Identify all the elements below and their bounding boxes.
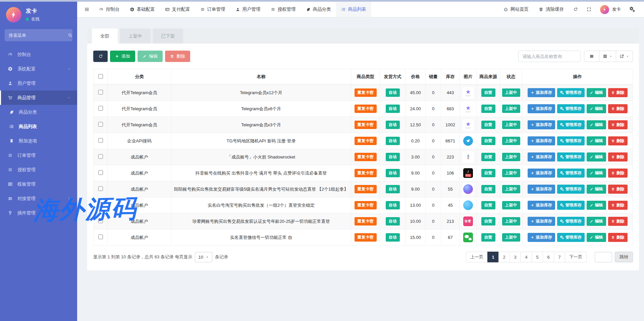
add-stock-button[interactable]: 添加库存 — [528, 201, 555, 210]
sidebar-item-商品分类[interactable]: 商品分类 — [0, 105, 77, 119]
page-button-1[interactable]: 1 — [487, 252, 499, 262]
product-search-input[interactable] — [518, 51, 581, 62]
edit-button[interactable]: 编辑 — [138, 51, 163, 62]
topnav-item-订单管理[interactable]: 订单管理 — [195, 2, 230, 17]
sidebar-item-对接管理[interactable]: 对接管理 — [0, 191, 77, 206]
topnav-item-控制台[interactable]: 控制台 — [94, 2, 125, 17]
edit-row-button[interactable]: 编辑 — [587, 136, 606, 145]
delete-row-button[interactable]: 删除 — [608, 185, 628, 194]
row-checkbox[interactable] — [98, 186, 103, 191]
add-stock-button[interactable]: 添加库存 — [528, 136, 555, 145]
add-stock-button[interactable]: 添加库存 — [528, 169, 555, 178]
manage-stock-button[interactable]: 管理库存 — [557, 104, 585, 113]
sidebar-item-附加选项[interactable]: 附加选项 — [0, 134, 77, 148]
sidebar-item-订单管理[interactable]: 订单管理 — [0, 148, 77, 163]
delete-row-button[interactable]: 删除 — [608, 201, 628, 210]
page-button-5[interactable]: 5 — [532, 252, 543, 262]
manage-stock-button[interactable]: 管理库存 — [557, 185, 585, 194]
jump-page-input[interactable] — [595, 252, 612, 262]
detail-view-button[interactable] — [584, 51, 599, 62]
next-page-button[interactable]: 下一页 — [565, 252, 587, 262]
topnav-item-清除缓存[interactable]: 清除缓存 — [534, 2, 569, 17]
prev-page-button[interactable]: 上一页 — [466, 252, 488, 262]
page-button-3[interactable]: 3 — [509, 252, 521, 262]
page-button-6[interactable]: 6 — [543, 252, 554, 262]
sidebar-item-控制台[interactable]: 控制台 — [0, 47, 77, 62]
add-stock-button[interactable]: 添加库存 — [528, 88, 555, 97]
delete-row-button[interactable]: 删除 — [608, 169, 628, 178]
export-button[interactable] — [616, 51, 633, 62]
row-checkbox[interactable] — [98, 154, 103, 159]
edit-row-button[interactable]: 编辑 — [587, 169, 606, 178]
topnav-item-商品列表[interactable]: 商品列表 — [336, 2, 371, 17]
row-checkbox[interactable] — [98, 90, 103, 94]
topnav-item-用户管理[interactable]: 用户管理 — [230, 2, 266, 17]
manage-stock-button[interactable]: 管理库存 — [557, 120, 585, 129]
manage-stock-button[interactable]: 管理库存 — [557, 233, 585, 242]
add-stock-button[interactable]: 添加库存 — [528, 120, 555, 129]
topnav-item-网站首页[interactable]: 网站首页 — [498, 2, 534, 17]
page-button-7[interactable]: 7 — [554, 252, 565, 262]
edit-row-button[interactable]: 编辑 — [587, 217, 606, 226]
row-checkbox[interactable] — [98, 138, 103, 143]
tab-全部[interactable]: 全部 — [92, 28, 118, 44]
user-menu[interactable]: 发卡 — [596, 2, 625, 17]
topnav-item-授权管理[interactable]: 授权管理 — [266, 2, 301, 17]
delete-row-button[interactable]: 删除 — [608, 88, 628, 97]
manage-stock-button[interactable]: 管理库存 — [557, 88, 585, 97]
delete-button[interactable]: 删除 — [165, 51, 190, 62]
row-checkbox[interactable] — [98, 170, 103, 175]
add-stock-button[interactable]: 添加库存 — [528, 185, 555, 194]
edit-row-button[interactable]: 编辑 — [587, 201, 606, 210]
delete-row-button[interactable]: 删除 — [608, 120, 628, 129]
delete-row-button[interactable]: 删除 — [608, 233, 628, 242]
refresh-button[interactable] — [569, 2, 582, 17]
sidebar-toggle-button[interactable] — [80, 2, 94, 17]
delete-row-button[interactable]: 删除 — [608, 152, 628, 162]
add-button[interactable]: 添加 — [110, 51, 135, 62]
page-size-select[interactable]: 10 — [195, 252, 212, 262]
manage-stock-button[interactable]: 管理库存 — [557, 217, 585, 226]
sidebar-search-input[interactable] — [9, 33, 68, 38]
expand-button[interactable] — [582, 2, 596, 17]
select-all-checkbox[interactable] — [98, 74, 103, 79]
add-stock-button[interactable]: 添加库存 — [528, 152, 555, 162]
refresh-button[interactable] — [93, 51, 108, 62]
tab-上架中[interactable]: 上架中 — [120, 28, 151, 44]
topnav-item-基础配置[interactable]: 基础配置 — [125, 2, 160, 17]
add-stock-button[interactable]: 添加库存 — [528, 233, 555, 242]
manage-stock-button[interactable]: 管理库存 — [557, 169, 585, 178]
manage-stock-button[interactable]: 管理库存 — [557, 136, 585, 145]
sidebar-item-授权管理[interactable]: 授权管理 — [0, 163, 77, 177]
sidebar-item-商品列表[interactable]: 商品列表 — [0, 119, 77, 134]
edit-row-button[interactable]: 编辑 — [587, 185, 606, 194]
row-checkbox[interactable] — [98, 106, 103, 111]
page-button-4[interactable]: 4 — [521, 252, 532, 262]
topnav-item-支付配置[interactable]: 支付配置 — [160, 2, 195, 17]
sidebar-item-模板管理[interactable]: 模板管理 — [0, 177, 77, 191]
delete-row-button[interactable]: 删除 — [608, 217, 628, 226]
sidebar-item-商品管理[interactable]: 商品管理 — [0, 90, 77, 105]
jump-button[interactable]: 跳转 — [615, 252, 633, 262]
edit-row-button[interactable]: 编辑 — [587, 233, 606, 242]
row-checkbox[interactable] — [98, 235, 103, 239]
add-stock-button[interactable]: 添加库存 — [528, 217, 555, 226]
sidebar-item-系统配置[interactable]: 系统配置 — [0, 62, 77, 76]
manage-stock-button[interactable]: 管理库存 — [557, 152, 585, 162]
edit-row-button[interactable]: 编辑 — [587, 104, 606, 113]
row-checkbox[interactable] — [98, 122, 103, 127]
add-stock-button[interactable]: 添加库存 — [528, 104, 555, 113]
page-button-2[interactable]: 2 — [498, 252, 510, 262]
columns-button[interactable] — [599, 51, 616, 62]
sidebar-item-插件管理[interactable]: 插件管理 — [0, 206, 77, 220]
edit-row-button[interactable]: 编辑 — [587, 152, 606, 162]
sidebar-item-用户管理[interactable]: 用户管理 — [0, 76, 77, 90]
manage-stock-button[interactable]: 管理库存 — [557, 201, 585, 210]
topnav-item-商品分类[interactable]: 商品分类 — [301, 2, 336, 17]
delete-row-button[interactable]: 删除 — [608, 136, 628, 145]
row-checkbox[interactable] — [98, 202, 103, 207]
edit-row-button[interactable]: 编辑 — [587, 88, 606, 97]
tab-已下架[interactable]: 已下架 — [153, 28, 183, 44]
edit-row-button[interactable]: 编辑 — [587, 120, 606, 129]
delete-row-button[interactable]: 删除 — [608, 104, 628, 113]
